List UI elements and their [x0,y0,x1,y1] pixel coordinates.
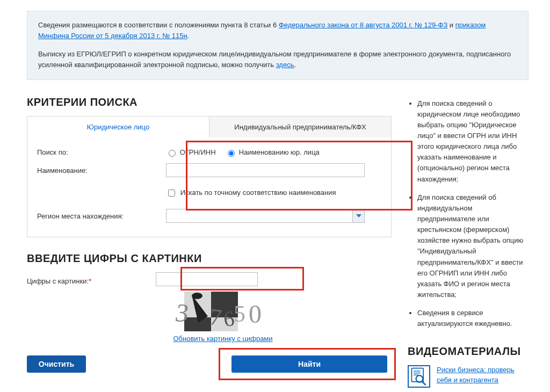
tab-legal-entity[interactable]: Юридическое лицо [27,117,209,137]
help-item: Для поиска сведений об индивидуальном пр… [417,192,529,300]
name-label: Наименование: [37,166,166,175]
exact-match-checkbox[interactable] [168,190,175,197]
entity-tabs: Юридическое лицо Индивидуальный предприн… [27,116,392,137]
search-by-label: Поиск по: [37,148,166,156]
svg-text:0: 0 [249,300,262,328]
notice-and: и [447,21,455,29]
name-input[interactable] [166,163,365,177]
captcha-label: Цифры с картинки: [27,277,89,285]
notice-text: Сведения размещаются в соответствии с по… [38,21,279,29]
chevron-down-icon [356,214,361,217]
required-asterisk: * [89,277,91,285]
region-label: Регион места нахождения: [37,212,166,220]
video-risk-link[interactable]: Риски бизнеса: проверь себя и контрагент… [437,365,529,384]
region-value [167,209,352,222]
search-form: Поиск по: ОГРН/ИНН Наименованию юр. лица [27,137,392,238]
captcha-image: 3 7 6 5 0 [170,291,276,332]
notice-dot-2: . [294,61,296,69]
info-notice: Сведения размещаются в соответствии с по… [27,11,529,80]
exact-match-text: Искать по точному соответствию наименова… [180,188,336,197]
notice-text-2: Выписку из ЕГРЮЛ/ЕГРИП о конкретном юрид… [38,50,511,69]
video-heading: ВИДЕОМАТЕРИАЛЫ [408,345,529,358]
radio-ogrn-text: ОГРН/ИНН [180,148,216,156]
help-item: Для поиска сведений о юридическом лице н… [417,98,529,185]
region-combo[interactable] [166,209,365,223]
radio-ogrn[interactable] [169,150,176,157]
refresh-captcha-link[interactable]: Обновить картинку с цифрами [173,335,272,343]
svg-line-15 [422,381,425,384]
law-link-1[interactable]: Федерального закона от 8 августа 2001 г.… [279,21,447,29]
help-list: Для поиска сведений о юридическом лице н… [408,98,529,330]
radio-name[interactable] [228,150,235,157]
captcha-input[interactable] [156,272,258,286]
radio-name-label[interactable]: Наименованию юр. лица [225,148,320,156]
captcha-heading: ВВЕДИТЕ ЦИФРЫ С КАРТИНКИ [27,252,392,265]
here-link[interactable]: здесь [276,61,294,69]
tab-individual[interactable]: Индивидуальный предприниматель/КФХ [209,117,391,137]
criteria-heading: КРИТЕРИИ ПОИСКА [27,96,392,108]
notice-dot: . [187,32,190,40]
exact-match-label[interactable]: Искать по точному соответствию наименова… [166,188,336,197]
radio-ogrn-label[interactable]: ОГРН/ИНН [166,148,218,156]
help-item: Сведения в сервисе актуализируются ежедн… [417,308,529,329]
svg-text:3: 3 [175,299,189,327]
find-button[interactable]: Найти [231,355,387,373]
region-dropdown-button[interactable] [352,209,364,222]
magnifier-icon [408,365,430,388]
svg-point-5 [192,293,202,299]
radio-name-text: Наименованию юр. лица [239,148,320,156]
clear-button[interactable]: Очистить [27,355,86,373]
svg-text:5: 5 [234,301,245,327]
